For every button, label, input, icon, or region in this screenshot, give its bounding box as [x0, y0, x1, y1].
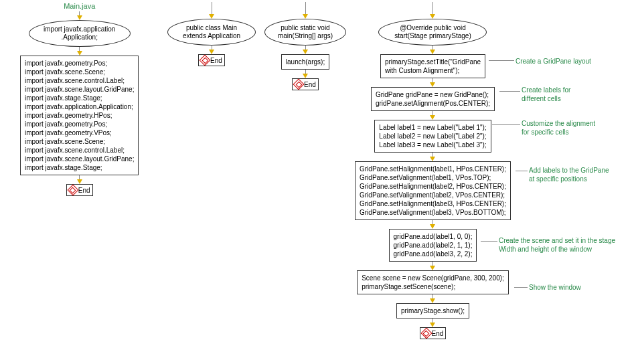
arrow: [430, 78, 435, 87]
arrow: [430, 318, 435, 327]
ellipse-class: public class Main extends Application: [167, 19, 256, 46]
arrow: [303, 2, 308, 19]
rect-alignment: GridPane.setHalignment(label1, HPos.CENT…: [355, 161, 511, 220]
rect-labels: Label label1 = new Label("Label 1"); Lab…: [374, 120, 491, 153]
annotation-line: [499, 91, 520, 92]
end-node: End: [198, 54, 225, 66]
rect-scene: Scene scene = new Scene(gridPane, 300, 2…: [357, 270, 509, 294]
annotation-line: [516, 171, 528, 171]
annotation-scene: Create the scene and set it in the stage…: [499, 236, 615, 254]
annotation-line: [489, 60, 514, 61]
rect-gridpane: GridPane gridPane = new GridPane(); grid…: [371, 87, 495, 111]
arrow: [430, 262, 435, 270]
ellipse-start: @Override public void start(Stage primar…: [378, 19, 487, 46]
end-node: End: [66, 184, 93, 196]
annotation-line: [481, 241, 497, 242]
arrow: [430, 220, 435, 229]
flow-column-3: public static void main(String[] args) l…: [264, 2, 346, 90]
arrow: [77, 11, 82, 20]
annotation-show: Show the window: [529, 283, 581, 292]
flow-column-2: public class Main extends Application En…: [167, 2, 256, 66]
end-label: End: [78, 187, 90, 194]
rect-imports: import javafx.geometry.Pos; import javaf…: [20, 56, 139, 175]
end-node: End: [420, 327, 447, 339]
arrow: [209, 2, 214, 19]
annotation-add: Add labels to the GridPane at specific p…: [529, 166, 609, 183]
arrow: [77, 175, 82, 184]
annotation-line: [514, 287, 528, 288]
arrow: [430, 294, 435, 303]
arrow: [430, 111, 435, 120]
annotation-line: [492, 124, 520, 125]
annotation-gridpane: Create a GridPane layout: [516, 57, 591, 66]
end-label: End: [432, 330, 444, 337]
end-diamond-icon: [69, 186, 77, 194]
arrow: [430, 46, 435, 54]
arrow: [430, 2, 435, 19]
flow-column-4: @Override public void start(Stage primar…: [355, 2, 511, 339]
rect-show: primaryStage.show();: [396, 303, 469, 318]
file-title: Main.java: [64, 2, 95, 10]
end-diamond-icon: [422, 329, 430, 337]
rect-settitle: primaryStage.setTitle("GridPane with Cus…: [380, 54, 485, 78]
flow-column-1: Main.java import javafx.application .App…: [20, 2, 139, 196]
end-diamond-icon: [201, 56, 209, 64]
annotation-alignment: Customize the alignment for specific cel…: [522, 119, 595, 136]
arrow: [303, 70, 308, 78]
ellipse-main: public static void main(String[] args): [264, 19, 346, 46]
rect-launch: launch(args);: [281, 54, 329, 70]
rect-add: gridPane.add(label1, 0, 0); gridPane.add…: [389, 229, 477, 262]
end-label: End: [210, 57, 222, 64]
arrow: [77, 47, 82, 56]
arrow: [430, 153, 435, 161]
ellipse-import: import javafx.application .Application;: [29, 20, 131, 47]
arrow: [303, 46, 308, 54]
annotation-labels: Create labels for different cells: [522, 86, 570, 103]
end-label: End: [304, 81, 316, 88]
end-diamond-icon: [295, 80, 303, 88]
end-node: End: [292, 78, 319, 90]
arrow: [209, 46, 214, 54]
